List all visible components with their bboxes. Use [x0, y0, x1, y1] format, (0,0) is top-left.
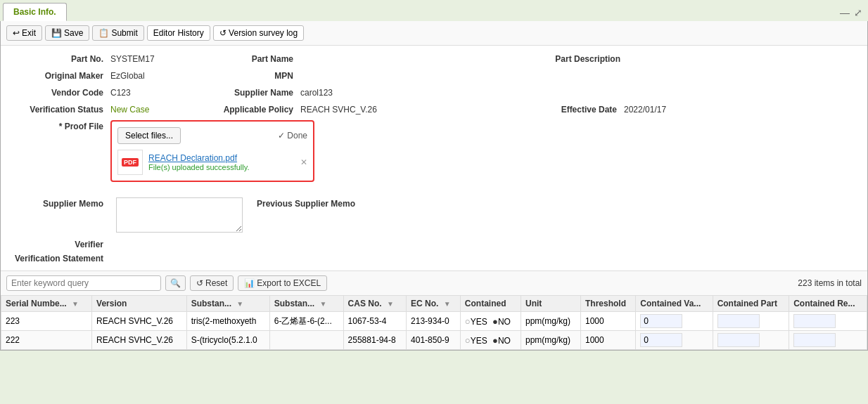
table-cell: 6-乙烯基-6-(2...	[269, 312, 343, 331]
tab-label: Basic Info.	[13, 7, 56, 17]
editor-history-button[interactable]: Editor History	[147, 25, 210, 41]
search-button[interactable]: 🔍	[165, 275, 186, 291]
proof-file-box: Select files... ✓ Done PDF REACH Declara…	[110, 120, 314, 182]
effective-date-label: Effective Date	[532, 103, 624, 115]
export-label: Export to EXCEL	[257, 278, 321, 288]
search-input[interactable]	[6, 275, 161, 291]
table-cell: ppm(mg/kg)	[521, 331, 581, 350]
search-icon: 🔍	[170, 278, 181, 288]
exit-button[interactable]: ↩ Exit	[6, 25, 42, 41]
submit-label: Submit	[111, 28, 137, 38]
part-description-value	[627, 53, 856, 54]
col-substance1[interactable]: Substan... ▼	[186, 296, 269, 312]
col-ec[interactable]: EC No. ▼	[407, 296, 461, 312]
table-cell: 1000	[580, 312, 635, 331]
col-version[interactable]: Version	[92, 296, 187, 312]
contained-part-input[interactable]	[717, 333, 760, 347]
contained-re-input[interactable]	[793, 333, 836, 347]
filter-sub2-icon[interactable]: ▼	[319, 300, 326, 308]
exit-label: Exit	[22, 28, 36, 38]
original-maker-label: Original Maker	[12, 70, 110, 81]
part-name-value	[300, 53, 529, 54]
col-cas[interactable]: CAS No. ▼	[343, 296, 406, 312]
maximize-button[interactable]: ⤢	[854, 7, 862, 18]
contained-part-input[interactable]	[717, 314, 760, 328]
filter-ec-icon[interactable]: ▼	[444, 300, 451, 308]
verification-status-label: Verification Status	[12, 103, 110, 115]
col-threshold: Threshold	[580, 296, 635, 312]
contained-val-input[interactable]	[640, 314, 682, 328]
col-unit: Unit	[521, 296, 581, 312]
contained-re-input[interactable]	[793, 314, 836, 328]
table-cell: 213-934-0	[407, 312, 461, 331]
verifier-label: Verifier	[12, 238, 110, 249]
pdf-remove-button[interactable]: ✕	[300, 157, 307, 167]
pdf-success-message: File(s) uploaded successfully.	[148, 163, 292, 171]
vendor-code-value: C123	[110, 86, 216, 98]
table-body: 223REACH SVHC_V.26tris(2-methoxyeth6-乙烯基…	[1, 312, 867, 350]
table-cell: 222	[1, 331, 92, 350]
table-header-row: Serial Numbe... ▼ Version Substan... ▼ S…	[1, 296, 867, 312]
done-button[interactable]: ✓ Done	[278, 131, 307, 141]
export-excel-button[interactable]: 📊 Export to EXCEL	[238, 275, 327, 291]
contained-val-input[interactable]	[640, 333, 682, 347]
mpn-value	[300, 70, 856, 71]
table-toolbar: 🔍 ↺ Reset 📊 Export to EXCEL 223 items in…	[1, 271, 867, 295]
select-files-label: Select files...	[125, 131, 173, 141]
submit-icon: 📋	[98, 28, 109, 38]
verification-statement-label: Verification Statement	[12, 252, 110, 263]
table-cell: S-(tricyclo(5.2.1.0	[186, 331, 269, 350]
save-button[interactable]: 💾 Save	[45, 25, 89, 41]
col-substance2[interactable]: Substan... ▼	[269, 296, 343, 312]
col-contained-val: Contained Va...	[636, 296, 713, 312]
radio-no[interactable]: ●NO	[492, 317, 511, 327]
main-toolbar: ↩ Exit 💾 Save 📋 Submit Editor History ↺ …	[1, 21, 867, 46]
supplier-memo-input[interactable]	[116, 197, 243, 233]
vendor-code-label: Vendor Code	[12, 86, 110, 98]
table-cell: REACH SVHC_V.26	[92, 312, 187, 331]
radio-yes[interactable]: ○YES	[465, 336, 490, 346]
table-cell: 1000	[580, 331, 635, 350]
applicable-policy-value: REACH SVHC_V.26	[300, 103, 532, 115]
pdf-filename[interactable]: REACH Declaration.pdf	[148, 153, 292, 163]
original-maker-value: EzGlobal	[110, 70, 216, 81]
save-label: Save	[64, 28, 83, 38]
pdf-icon: PDF	[117, 150, 143, 175]
version-survey-log-label: Version survey log	[229, 28, 298, 38]
pdf-file-info: REACH Declaration.pdf File(s) uploaded s…	[148, 153, 292, 171]
reset-icon: ↺	[196, 278, 203, 288]
filter-serial-icon[interactable]: ▼	[72, 300, 79, 308]
filter-cas-icon[interactable]: ▼	[387, 300, 394, 308]
radio-no[interactable]: ●NO	[492, 336, 511, 346]
effective-date-value: 2022/01/17	[624, 103, 856, 115]
memo-section: Supplier Memo Previous Supplier Memo	[1, 195, 867, 238]
col-serial[interactable]: Serial Numbe... ▼	[1, 296, 92, 312]
submit-button[interactable]: 📋 Submit	[92, 25, 143, 41]
supplier-name-value: carol123	[300, 86, 856, 98]
table-cell: REACH SVHC_V.26	[92, 331, 187, 350]
select-files-button[interactable]: Select files...	[117, 127, 181, 144]
verifier-section: Verifier Verification Statement	[1, 238, 867, 271]
prev-supplier-memo-label: Previous Supplier Memo	[257, 197, 369, 209]
excel-icon: 📊	[244, 278, 255, 288]
table-cell: 401-850-9	[407, 331, 461, 350]
supplier-name-label: Supplier Name	[216, 86, 300, 98]
minimize-button[interactable]: —	[840, 7, 850, 18]
reset-button[interactable]: ↺ Reset	[190, 275, 234, 291]
save-icon: 💾	[51, 28, 62, 38]
col-contained: Contained	[460, 296, 521, 312]
proof-file-label: * Proof File	[12, 120, 110, 131]
part-no-value: SYSTEM17	[110, 53, 216, 64]
filter-sub1-icon[interactable]: ▼	[236, 300, 243, 308]
reset-label: Reset	[205, 278, 227, 288]
version-survey-log-button[interactable]: ↺ Version survey log	[213, 25, 304, 41]
editor-history-label: Editor History	[153, 28, 204, 38]
part-description-label: Part Description	[529, 53, 627, 64]
supplier-memo-label: Supplier Memo	[12, 197, 110, 209]
data-table: Serial Numbe... ▼ Version Substan... ▼ S…	[1, 295, 867, 350]
verification-status-value: New Case	[110, 103, 216, 115]
table-row: 222REACH SVHC_V.26S-(tricyclo(5.2.1.0255…	[1, 331, 867, 350]
radio-yes[interactable]: ○YES	[465, 317, 490, 327]
pdf-file-row: PDF REACH Declaration.pdf File(s) upload…	[117, 150, 307, 175]
basic-info-tab[interactable]: Basic Info.	[3, 3, 67, 21]
